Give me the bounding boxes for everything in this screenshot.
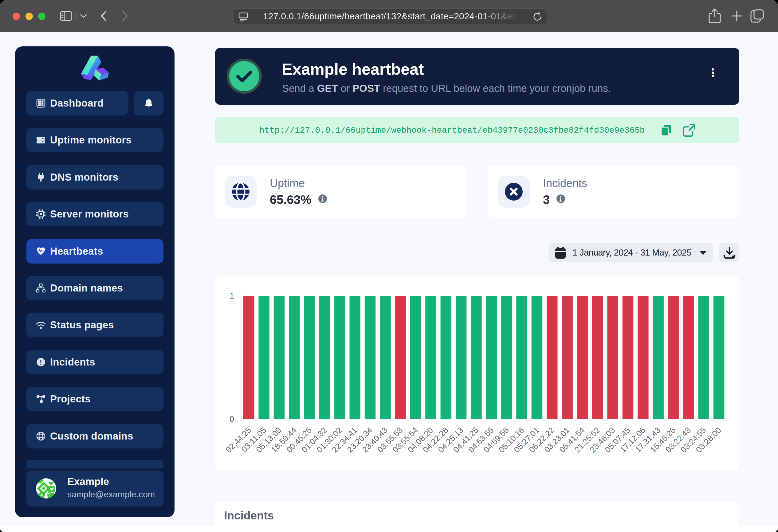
svg-text:0: 0 xyxy=(230,415,234,424)
svg-text:1: 1 xyxy=(230,291,234,300)
